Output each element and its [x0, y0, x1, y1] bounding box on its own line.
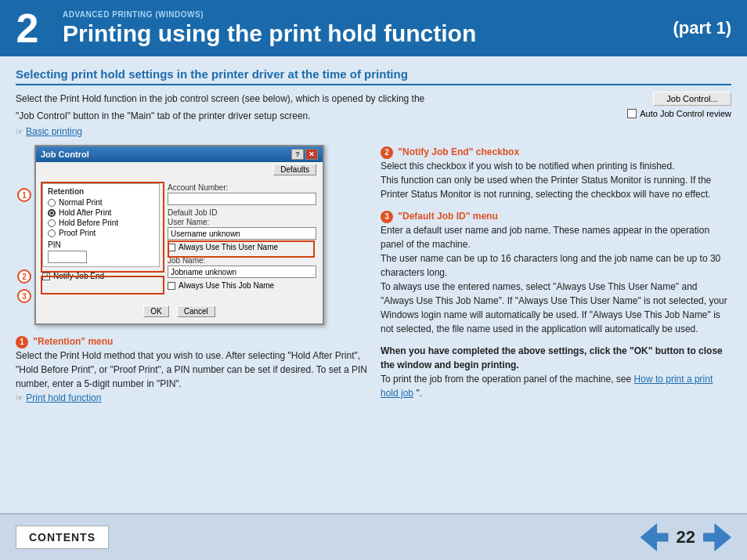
next-arrow-icon: [703, 523, 731, 551]
intro-text-2: "Job Control" button in the "Main" tab o…: [16, 109, 575, 123]
default-job-id-label: Default Job ID: [168, 208, 316, 217]
annotation-3-body1: Enter a default user name and job name. …: [381, 225, 709, 250]
pin-input[interactable]: [48, 251, 87, 263]
closing-bold: When you have completed the above settin…: [381, 345, 723, 370]
radio-normal-print-label: Normal Print: [59, 198, 103, 207]
callout-2: 2: [17, 269, 31, 284]
cancel-button[interactable]: Cancel: [177, 305, 215, 317]
page-header: 2 ADVANCED PRINTING (WINDOWS) Printing u…: [0, 0, 747, 56]
annotation-3-title: "Default Job ID" menu: [398, 211, 497, 222]
basic-printing-link-row: ☞ Basic printing: [16, 126, 575, 137]
notify-row: ✓ Notify Job End: [42, 272, 160, 280]
dialog-titlebar-controls: ? ✕: [291, 149, 318, 160]
defaults-button[interactable]: Defaults: [273, 164, 316, 175]
user-name-label: User Name:: [168, 218, 316, 226]
account-number-input[interactable]: [168, 193, 316, 205]
prev-arrow-icon: [641, 523, 669, 551]
auto-job-control-row: Auto Job Control review: [627, 109, 731, 118]
dialog-body: Retention Normal Print Hold After Print: [36, 177, 323, 301]
contents-button[interactable]: CONTENTS: [16, 526, 109, 549]
job-name-input[interactable]: [168, 266, 316, 278]
chapter-number: 2: [16, 8, 39, 49]
annotation-1-link-icon: ☞: [16, 393, 23, 403]
job-control-dialog: Job Control ? ✕ Defaults: [34, 145, 324, 325]
right-form: Account Number: Default Job ID User Name…: [168, 183, 316, 294]
annotation-2-title: "Notify Job End" checkbox: [398, 146, 519, 157]
callout-3: 3: [17, 289, 31, 303]
retention-label: Retention: [48, 187, 154, 196]
header-text-box: ADVANCED PRINTING (WINDOWS) Printing usi…: [55, 4, 673, 52]
dialog-close-button[interactable]: ✕: [305, 149, 318, 160]
callout-1: 1: [17, 188, 31, 202]
section-title: Selecting print hold settings in the pri…: [16, 67, 731, 85]
radio-hold-before: Hold Before Print: [48, 219, 154, 227]
annotation-1-body: Select the Print Hold method that you wi…: [16, 350, 367, 389]
notify-label: Notify Job End: [53, 272, 104, 280]
chapter-number-box: 2: [0, 0, 55, 56]
notify-checkbox[interactable]: ✓: [42, 273, 50, 280]
annotation-3-body3: To always use the entered names, select …: [381, 281, 727, 334]
retention-section: Retention Normal Print Hold After Print: [42, 183, 160, 294]
auto-job-control-label: Auto Job Control review: [640, 109, 731, 118]
closing-end: ".: [416, 388, 422, 399]
dialog-title: Job Control: [41, 150, 89, 159]
annotation-1-link[interactable]: Print hold function: [26, 392, 101, 403]
retention-box: Retention Normal Print Hold After Print: [42, 183, 160, 267]
prev-page-button[interactable]: [641, 523, 669, 551]
next-page-button[interactable]: [703, 523, 731, 551]
account-number-label: Account Number:: [168, 183, 316, 192]
page-footer: CONTENTS 22: [0, 513, 747, 560]
annotation-3-body2: The user name can be up to 16 characters…: [381, 253, 720, 278]
footer-nav: 22: [641, 523, 731, 551]
dialog-container: Job Control ? ✕ Defaults: [34, 145, 321, 325]
closing-block: When you have completed the above settin…: [381, 344, 731, 400]
dialog-help-button[interactable]: ?: [291, 149, 304, 160]
radio-hold-after-circle[interactable]: [48, 209, 56, 217]
closing-normal: To print the job from the operation pane…: [381, 374, 631, 385]
always-use-user-name-row: Always Use This User Name: [168, 243, 316, 251]
radio-proof-print: Proof Print: [48, 229, 154, 237]
header-subtitle: ADVANCED PRINTING (WINDOWS): [63, 10, 665, 19]
pin-label: PIN: [48, 240, 154, 249]
right-col: 2 "Notify Job End" checkbox Select this …: [381, 145, 731, 413]
basic-printing-link[interactable]: Basic printing: [26, 126, 82, 137]
annotation-3-num: 3: [381, 211, 393, 223]
intro-left: Select the Print Hold function in the jo…: [16, 92, 575, 137]
annotation-1-num: 1: [16, 336, 28, 349]
annotation-1: 1 "Retention" menu Select the Print Hold…: [16, 334, 368, 405]
content-columns: 1 2 3 Job Control ? ✕: [16, 145, 731, 413]
annotation-2-num: 2: [381, 146, 393, 159]
header-title: Printing using the print hold function: [63, 20, 665, 46]
job-control-button[interactable]: Job Control...: [653, 92, 731, 106]
page-number: 22: [677, 527, 695, 547]
annotation-2: 2 "Notify Job End" checkbox Select this …: [381, 145, 731, 201]
radio-hold-after: Hold After Print: [48, 208, 154, 217]
dialog-titlebar: Job Control ? ✕: [36, 146, 323, 162]
dialog-defaults-row: Defaults: [36, 162, 323, 177]
pen-icon: ☞: [16, 127, 23, 137]
intro-row: Select the Print Hold function in the jo…: [16, 92, 731, 137]
auto-job-control-checkbox[interactable]: [627, 109, 637, 118]
radio-normal-print: Normal Print: [48, 198, 154, 207]
radio-proof-print-circle[interactable]: [48, 229, 56, 237]
always-use-job-name-checkbox[interactable]: [168, 282, 175, 290]
annotation-2-body2: This function can only be used when the …: [381, 175, 711, 200]
annotation-3: 3 "Default Job ID" menu Enter a default …: [381, 209, 731, 336]
radio-normal-print-circle[interactable]: [48, 199, 56, 207]
user-name-input[interactable]: [168, 227, 316, 240]
job-name-label: Job Name:: [168, 256, 316, 265]
dialog-area: 1 2 3 Job Control ? ✕: [16, 145, 321, 325]
job-control-area: Job Control... Auto Job Control review: [590, 92, 731, 137]
always-use-job-name-row: Always Use This Job Name: [168, 281, 316, 290]
intro-text-1: Select the Print Hold function in the jo…: [16, 92, 575, 106]
ok-button[interactable]: OK: [143, 305, 168, 317]
radio-hold-before-circle[interactable]: [48, 219, 56, 227]
always-use-job-name-label: Always Use This Job Name: [179, 281, 274, 290]
radio-proof-print-label: Proof Print: [59, 229, 96, 237]
annotation-1-title: "Retention" menu: [33, 336, 113, 347]
radio-hold-after-label: Hold After Print: [59, 208, 111, 217]
header-part: (part 1): [673, 18, 747, 38]
always-use-user-name-checkbox[interactable]: [168, 244, 175, 251]
left-col: 1 2 3 Job Control ? ✕: [16, 145, 368, 413]
always-use-user-name-label: Always Use This User Name: [179, 243, 278, 251]
